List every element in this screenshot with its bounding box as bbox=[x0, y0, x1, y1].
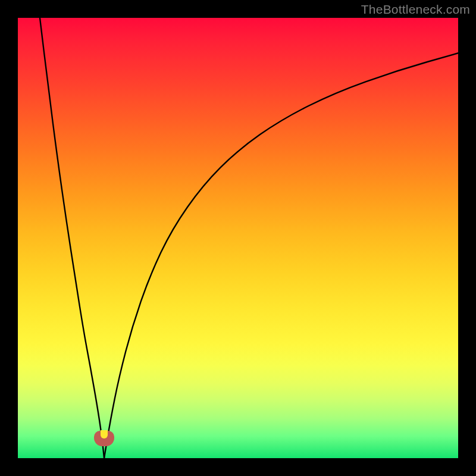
minimum-marker-notch bbox=[101, 430, 108, 439]
watermark-text: TheBottleneck.com bbox=[361, 2, 470, 17]
chart-frame: TheBottleneck.com bbox=[0, 0, 476, 476]
plot-area bbox=[18, 18, 458, 458]
minimum-marker bbox=[94, 431, 114, 446]
bottleneck-curve bbox=[18, 18, 458, 458]
